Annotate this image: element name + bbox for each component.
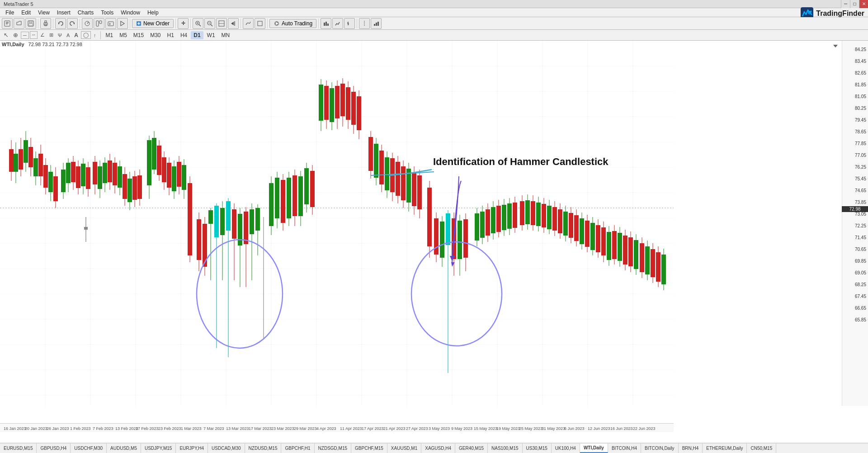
new-order-label: New Order — [143, 20, 170, 27]
text-tool[interactable]: A — [65, 32, 71, 38]
candle-body — [167, 163, 171, 188]
crosshair-button[interactable]: ✛ — [178, 18, 189, 29]
redo-button[interactable] — [67, 18, 78, 29]
price-label-7385: 73.85 — [855, 200, 866, 205]
menu-tools[interactable]: Tools — [97, 9, 117, 17]
undo-button[interactable] — [55, 18, 66, 29]
candle-body — [14, 154, 18, 172]
scale-fit-button[interactable] — [216, 18, 227, 29]
new-order-button[interactable]: New Order — [132, 19, 174, 28]
tab-uk100-h4[interactable]: UK100,H4 — [552, 444, 580, 453]
bar-chart-button[interactable] — [344, 18, 355, 29]
menu-view[interactable]: View — [34, 9, 53, 17]
fib-tool[interactable]: Ψ — [56, 32, 64, 38]
tab-usdcad-m30[interactable]: USDCAD,M30 — [208, 444, 245, 453]
candle-body — [287, 178, 291, 218]
new-chart-button[interactable] — [2, 18, 13, 29]
tf-m1[interactable]: M1 — [103, 31, 116, 39]
chart-canvas[interactable]: Identification of Hammer Candlestick — [0, 41, 674, 406]
annotation-arrowhead — [451, 262, 455, 267]
hline-tool[interactable]: ╌ — [30, 31, 38, 39]
tab-gbpchf-m15[interactable]: GBPCHF,M15 — [351, 444, 387, 453]
collapse-panel-button[interactable] — [831, 42, 840, 51]
candle-body — [580, 218, 584, 244]
tf-mn[interactable]: MN — [219, 31, 233, 39]
bold-text-tool[interactable]: A — [72, 32, 80, 39]
hammer-candle-body — [226, 201, 231, 231]
volumes-button[interactable] — [371, 18, 382, 29]
tf-h4[interactable]: H4 — [178, 31, 190, 39]
objects-button[interactable] — [255, 18, 265, 29]
open-button[interactable] — [14, 18, 24, 29]
terminal-button[interactable] — [105, 18, 116, 29]
tab-eurusd-m15[interactable]: EURUSD,M15 — [0, 444, 37, 453]
tab-brn-h4[interactable]: BRN,H4 — [679, 444, 703, 453]
svg-rect-41 — [326, 22, 327, 26]
tf-m15[interactable]: M15 — [131, 31, 146, 39]
minimize-button[interactable]: ─ — [841, 0, 850, 8]
tf-m5[interactable]: M5 — [117, 31, 130, 39]
chart-type-button[interactable] — [321, 18, 331, 29]
save-button[interactable] — [25, 18, 36, 29]
candle-body — [335, 86, 340, 118]
svg-rect-19 — [108, 22, 113, 26]
menu-help[interactable]: Help — [144, 9, 162, 17]
tf-m30[interactable]: M30 — [147, 31, 163, 39]
tab-bitcoin-daily[interactable]: BITCOIN,Daily — [641, 444, 679, 453]
tab-gbpusd-h4[interactable]: GBPUSD,H4 — [37, 444, 71, 453]
channel-tool[interactable]: ⊞ — [47, 32, 55, 38]
candle-body — [220, 208, 225, 235]
tab-audusd-m5[interactable]: AUDUSD,M5 — [107, 444, 141, 453]
tab-cn50-m15[interactable]: CN50,M15 — [747, 444, 776, 453]
tab-wti-daily[interactable]: WTI,Daily — [580, 444, 608, 453]
tab-bitcoin-h4[interactable]: BITCOIN,H4 — [608, 444, 641, 453]
tab-us30-m15[interactable]: US30,M15 — [523, 444, 552, 453]
menu-insert[interactable]: Insert — [53, 9, 74, 17]
arrow-tool[interactable]: ↑ — [92, 32, 98, 38]
tf-h1[interactable]: H1 — [165, 31, 177, 39]
line-tool[interactable]: ─ — [21, 32, 29, 39]
period-sep-button[interactable] — [359, 18, 370, 29]
scroll-end-button[interactable] — [228, 18, 239, 29]
cursor-tool[interactable]: ↖ — [2, 31, 10, 39]
price-label-8185: 81.85 — [855, 82, 866, 87]
crosshair-tool[interactable]: ⊕ — [11, 31, 20, 39]
tab-eurjpy-h4[interactable]: EURJPY,H4 — [176, 444, 208, 453]
tab-ethereum-daily[interactable]: ETHEREUM,Daily — [703, 444, 747, 453]
tab-usdjpy-m15[interactable]: USDJPY,M15 — [141, 444, 176, 453]
date-axis: 16 Jan 2023 20 Jan 2023 26 Jan 2023 1 Fe… — [0, 423, 674, 432]
menu-file[interactable]: File — [2, 9, 18, 17]
tab-ger40-m15[interactable]: GER40,M15 — [455, 444, 488, 453]
tab-xagusd-h4[interactable]: XAGUSD,H4 — [421, 444, 455, 453]
tf-d1[interactable]: D1 — [191, 31, 203, 39]
indicators-button[interactable] — [243, 18, 254, 29]
angle-tool[interactable]: ∠ — [38, 32, 47, 38]
print-button[interactable] — [40, 18, 51, 29]
candle-body — [304, 168, 309, 204]
tab-nas100-m15[interactable]: NAS100,M15 — [488, 444, 522, 453]
ellipse-tool[interactable]: ◯ — [81, 31, 91, 39]
candle-body — [385, 157, 389, 190]
date-17apr: 17 Apr 2023 — [362, 426, 384, 431]
tab-xauusd-m1[interactable]: XAUUSD,M1 — [387, 444, 421, 453]
zoom-in-button[interactable] — [193, 18, 203, 29]
tab-nzdsgd-m15[interactable]: NZDSGD,M15 — [315, 444, 351, 453]
candle-body — [123, 174, 127, 199]
tf-w1[interactable]: W1 — [204, 31, 218, 39]
market-watch-button[interactable] — [82, 18, 93, 29]
menu-window[interactable]: Window — [117, 9, 144, 17]
maximize-button[interactable]: □ — [850, 0, 859, 8]
tab-usdchf-m30[interactable]: USDCHF,M30 — [71, 444, 107, 453]
navigator-button[interactable] — [94, 18, 104, 29]
menu-edit[interactable]: Edit — [18, 9, 34, 17]
menu-charts[interactable]: Charts — [74, 9, 97, 17]
zoom-out-button[interactable] — [204, 18, 215, 29]
tab-nzdusd-m15[interactable]: NZDUSD,M15 — [245, 444, 282, 453]
line-chart-button[interactable] — [332, 18, 343, 29]
close-button[interactable]: ✕ — [859, 0, 868, 8]
tab-gbpchf-h1[interactable]: GBPCHF,H1 — [281, 444, 314, 453]
candle-body — [520, 201, 524, 225]
candle-body — [417, 175, 422, 209]
strategy-tester-button[interactable] — [117, 18, 128, 29]
auto-trading-button[interactable]: Auto Trading — [269, 19, 316, 28]
